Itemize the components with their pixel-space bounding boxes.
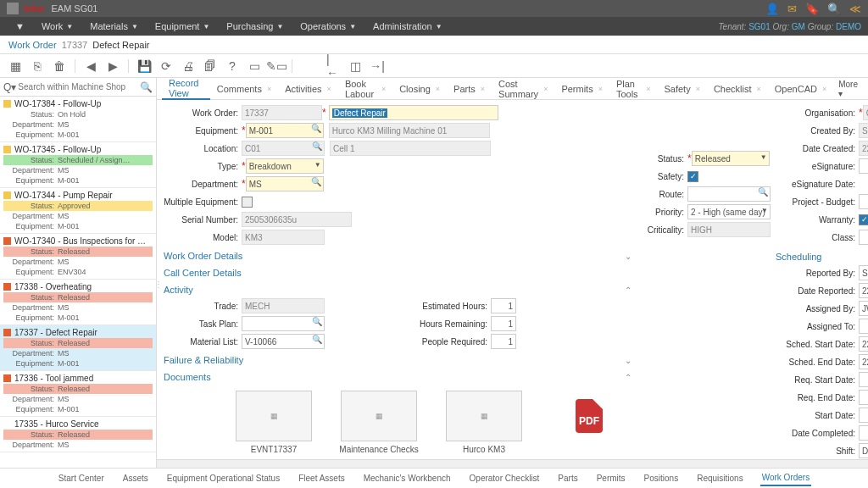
apps-icon[interactable] — [7, 3, 19, 14]
menu-operations[interactable]: Operations ▼ — [292, 21, 364, 31]
lookup-icon[interactable]: 🔍 — [311, 177, 321, 186]
menu-dropdown-icon[interactable]: ▼ — [7, 21, 33, 31]
tab-closing[interactable]: Closing× — [392, 78, 447, 100]
new-icon[interactable]: ▦ — [8, 59, 22, 73]
fld-class[interactable]: 🔍 — [859, 230, 868, 245]
fld-assignedby[interactable]: JWILLIAMS🔍 — [859, 301, 868, 316]
menu-work[interactable]: Work ▼ — [33, 21, 81, 31]
fld-taskplan[interactable]: 🔍 — [242, 316, 325, 331]
bottom-operator-checklist[interactable]: Operator Checklist — [468, 471, 542, 485]
search-input[interactable] — [16, 80, 140, 93]
document-thumb[interactable]: ▦EVNT17337 — [231, 391, 316, 454]
tab-plan-tools[interactable]: Plan Tools× — [609, 78, 658, 100]
fld-equipment[interactable]: M-001🔍 — [246, 123, 324, 138]
tab-comments[interactable]: Comments× — [210, 78, 278, 100]
refresh-icon[interactable]: ⟳ — [159, 59, 173, 73]
wo-item[interactable]: WO-17345 - Follow-UpStatus:Scheduled / A… — [0, 142, 156, 188]
close-icon[interactable]: × — [646, 85, 650, 93]
bottom-requisitions[interactable]: Requisitions — [695, 471, 744, 485]
section-sched[interactable]: Scheduling⌃ — [776, 248, 868, 265]
tab-opencad[interactable]: OpenCAD× — [768, 78, 833, 100]
bottom-positions[interactable]: Positions — [643, 471, 681, 485]
help-icon[interactable]: ? — [225, 59, 239, 73]
close-icon[interactable]: × — [598, 85, 603, 93]
tab-checklist[interactable]: Checklist× — [707, 78, 768, 100]
wo-item[interactable]: 17335 - Hurco ServiceStatus:ReleasedDepa… — [0, 417, 156, 452]
search-icon[interactable]: 🔍 — [827, 3, 841, 15]
fld-department[interactable]: MS🔍 — [246, 176, 324, 191]
bottom-assets[interactable]: Assets — [121, 471, 150, 485]
mail-icon[interactable]: ✉ — [787, 3, 797, 15]
fld-rend[interactable]: 📅 — [859, 390, 868, 405]
save-icon[interactable]: 💾 — [137, 59, 151, 73]
prev-icon[interactable]: ◀ — [84, 59, 97, 73]
menu-materials[interactable]: Materials ▼ — [81, 21, 147, 31]
section-wod[interactable]: Work Order Details⌄ — [164, 247, 632, 264]
fld-esthours[interactable]: 1 — [491, 298, 516, 313]
fld-datereported[interactable]: 22-FEB-2017 14:41📅 — [859, 283, 868, 298]
bottom-permits[interactable]: Permits — [595, 471, 627, 485]
lookup-icon[interactable]: 🔍 — [311, 124, 321, 133]
tab-book-labour[interactable]: Book Labour× — [338, 78, 392, 100]
wo-item[interactable]: 17337 - Defect RepairStatus:ReleasedDepa… — [0, 325, 156, 371]
panel-first-icon[interactable]: |← — [326, 59, 340, 73]
section-fr[interactable]: Failure & Reliability⌄ — [164, 352, 632, 369]
fld-workorder-name[interactable]: Defect Repair — [329, 105, 498, 120]
fld-shift[interactable]: DS🔍 — [859, 443, 868, 458]
tab-safety[interactable]: Safety× — [657, 78, 706, 100]
fld-startdate[interactable]: 📅 — [859, 408, 868, 423]
section-activity[interactable]: Activity⌃ — [164, 281, 632, 298]
close-icon[interactable]: × — [822, 85, 826, 93]
chk-safety[interactable]: ✓ — [687, 171, 698, 182]
wo-item[interactable]: WO-17344 - Pump RepairStatus:ApprovedDep… — [0, 188, 156, 234]
panel-split-icon[interactable]: ◫ — [348, 59, 362, 73]
menu-purchasing[interactable]: Purchasing ▼ — [218, 21, 292, 31]
bookmark-icon[interactable]: 🔖 — [805, 3, 819, 15]
document-thumb[interactable]: ▦Hurco KM3 — [442, 391, 526, 454]
tabs-more[interactable]: More ▾ — [833, 80, 863, 98]
fld-status[interactable]: Released▼ — [692, 151, 770, 166]
bottom-equipment-operational-status[interactable]: Equipment Operational Status — [165, 471, 281, 485]
close-icon[interactable]: × — [696, 85, 700, 93]
drag-handle-icon[interactable]: ⋮ — [157, 280, 163, 289]
search-go-icon[interactable]: 🔍 — [140, 81, 153, 93]
print-icon[interactable]: 🖨 — [181, 59, 195, 73]
chevron-down-icon[interactable]: ▼ — [314, 161, 321, 169]
wo-item[interactable]: WO-17340 - Bus Inspections for …Status:R… — [0, 234, 156, 280]
tab-cost-summary[interactable]: Cost Summary× — [492, 78, 554, 100]
bottom-start-center[interactable]: Start Center — [57, 471, 106, 485]
bottom-parts[interactable]: Parts — [556, 471, 579, 485]
close-icon[interactable]: × — [757, 85, 761, 93]
book-icon[interactable]: ▭ — [248, 59, 261, 73]
bottom-fleet-assets[interactable]: Fleet Assets — [297, 471, 346, 485]
design-icon[interactable]: ✎▭ — [270, 59, 283, 73]
document-thumb[interactable]: PDF — [547, 391, 632, 454]
lookup-icon[interactable]: 🔍 — [312, 335, 322, 344]
chevron-down-icon[interactable]: ▼ — [760, 153, 767, 161]
wo-item[interactable]: WO-17384 - Follow-UpStatus:On HoldDepart… — [0, 97, 156, 142]
collapse-icon[interactable]: ≪ — [849, 3, 861, 15]
fld-sstart[interactable]: 22-FEB-2017📅 — [859, 336, 868, 352]
bottom-mechanic-s-workbench[interactable]: Mechanic's Workbench — [362, 471, 453, 485]
lookup-icon[interactable]: 🔍 — [312, 317, 322, 326]
fld-type[interactable]: Breakdown▼ — [246, 158, 324, 174]
panel-last-icon[interactable]: →| — [370, 59, 384, 73]
lookup-icon[interactable]: 🔍 — [758, 187, 768, 197]
fld-proj[interactable] — [859, 194, 868, 209]
menu-equipment[interactable]: Equipment ▼ — [147, 21, 219, 31]
chk-multequip[interactable] — [242, 197, 253, 208]
menu-administration[interactable]: Administration ▼ — [364, 21, 451, 31]
section-docs[interactable]: Documents⌃ — [164, 369, 632, 385]
tab-permits[interactable]: Permits× — [554, 78, 609, 100]
delete-icon[interactable]: 🗑 — [53, 59, 66, 73]
chk-warranty[interactable]: ✓ — [859, 214, 868, 225]
close-icon[interactable]: × — [436, 85, 440, 93]
copy-icon[interactable]: ⎘ — [31, 59, 44, 73]
fld-route[interactable]: 🔍 — [687, 186, 771, 202]
close-icon[interactable]: × — [327, 85, 331, 93]
close-icon[interactable]: × — [381, 85, 386, 93]
report-icon[interactable]: 🗐 — [203, 59, 217, 73]
search-filter-icon[interactable]: Q▾ — [3, 81, 16, 93]
fld-hoursrem[interactable]: 1 — [491, 316, 516, 331]
lookup-icon[interactable]: 🔍 — [312, 141, 322, 151]
